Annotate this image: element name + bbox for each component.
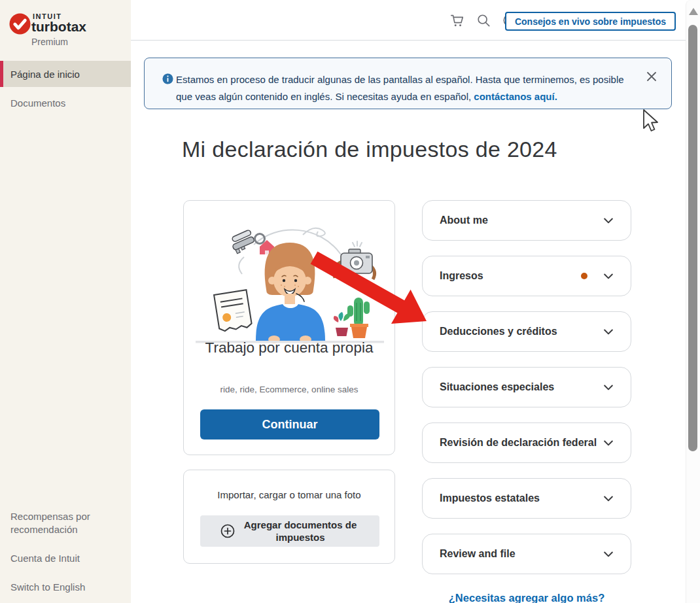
upload-prompt: Importar, cargar o tomar una foto: [184, 489, 394, 500]
accordion-special-situations[interactable]: Situaciones especiales: [422, 367, 631, 407]
woman-art: [256, 243, 325, 343]
chevron-down-icon: [602, 269, 615, 283]
accordion-income[interactable]: Ingresos: [422, 256, 631, 296]
sidebar-item-referral-rewards[interactable]: Recompensas por recomendación: [10, 510, 120, 536]
sidebar-item-home[interactable]: Página de inicio: [0, 61, 131, 87]
accordion-label: Review and file: [440, 548, 602, 560]
accordion-state-taxes[interactable]: Impuestos estatales: [422, 478, 631, 519]
info-icon: [162, 73, 173, 84]
continue-button[interactable]: Continuar: [200, 409, 379, 439]
camera-art: [334, 241, 375, 279]
cart-icon[interactable]: [450, 13, 464, 27]
accordion-federal-review[interactable]: Revisión de declaración federal: [422, 422, 631, 463]
add-tax-documents-button[interactable]: Agregar documentos de impuestos: [200, 515, 379, 547]
plants-art: [334, 298, 370, 338]
sidebar-item-intuit-account[interactable]: Cuenta de Intuit: [10, 552, 120, 565]
banner-message: Estamos en proceso de traducir algunas d…: [176, 71, 640, 105]
intuit-check-icon: [9, 13, 31, 35]
brand-product: turbotax: [31, 19, 86, 35]
keys-art: [229, 230, 274, 254]
chevron-down-icon: [602, 492, 615, 505]
receipt-art: [214, 290, 252, 332]
turbotax-logo[interactable]: INTUIT turbotax Premium: [9, 10, 120, 50]
accordion-about-me[interactable]: About me: [422, 200, 631, 241]
accordion-label: Impuestos estatales: [440, 492, 602, 504]
chevron-down-icon: [602, 381, 615, 394]
sidebar-item-label: Documentos: [10, 97, 65, 109]
sidebar-item-label: Cuenta de Intuit: [10, 553, 80, 564]
accordion-label: About me: [440, 215, 602, 226]
accordion-label: Ingresos: [440, 270, 581, 282]
sidebar: INTUIT turbotax Premium Página de inicio…: [0, 0, 131, 603]
upload-documents-card: Importar, cargar o tomar una foto Agrega…: [183, 470, 395, 564]
accordion-label: Revisión de declaración federal: [440, 437, 602, 449]
contact-us-link[interactable]: contáctanos aquí.: [474, 91, 557, 102]
top-bar: ? Consejos en vivo sobre impuestos: [131, 0, 686, 41]
search-icon[interactable]: [476, 13, 491, 27]
accordion-label: Deducciones y créditos: [440, 326, 602, 337]
sidebar-item-label: Switch to English: [10, 581, 85, 593]
scrollbar-thumb[interactable]: [688, 25, 697, 451]
self-employment-illustration: [192, 215, 388, 349]
page-title: Mi declaración de impuestos de 2024: [182, 137, 557, 162]
close-icon[interactable]: [645, 70, 658, 83]
live-tax-advice-button[interactable]: Consejos en vivo sobre impuestos: [505, 12, 676, 31]
brand-tier: Premium: [31, 37, 68, 47]
sidebar-item-switch-language[interactable]: Switch to English: [10, 581, 120, 594]
sidebar-item-label: Recompensas por recomendación: [10, 511, 90, 535]
card-subtitle: ride, ride, Ecommerce, online sales: [184, 385, 394, 394]
chevron-down-icon: [602, 325, 615, 338]
chevron-down-icon: [602, 436, 615, 449]
plus-circle-icon: [220, 524, 235, 538]
sidebar-item-label: Página de inicio: [10, 69, 80, 80]
scrollbar-track[interactable]: [686, 0, 700, 603]
scrollbar-up-arrow-icon[interactable]: [689, 8, 698, 15]
accordion-review-and-file[interactable]: Review and file: [422, 534, 631, 574]
chevron-down-icon: [602, 214, 615, 227]
add-something-else-link[interactable]: ¿Necesitas agregar algo más?: [422, 592, 631, 603]
card-title: Trabajo por cuenta propia: [190, 338, 388, 358]
attention-dot: [581, 273, 587, 279]
accordion-deductions-credits[interactable]: Deducciones y créditos: [422, 311, 631, 352]
sidebar-item-documents[interactable]: Documentos: [0, 90, 131, 116]
chevron-down-icon: [602, 547, 615, 560]
add-tax-documents-label: Agregar documentos de impuestos: [241, 519, 359, 543]
translation-info-banner: Estamos en proceso de traducir algunas d…: [144, 58, 672, 109]
accordion-label: Situaciones especiales: [440, 381, 602, 393]
self-employment-card: Trabajo por cuenta propia ride, ride, Ec…: [183, 200, 395, 455]
mouse-cursor: [641, 109, 658, 133]
